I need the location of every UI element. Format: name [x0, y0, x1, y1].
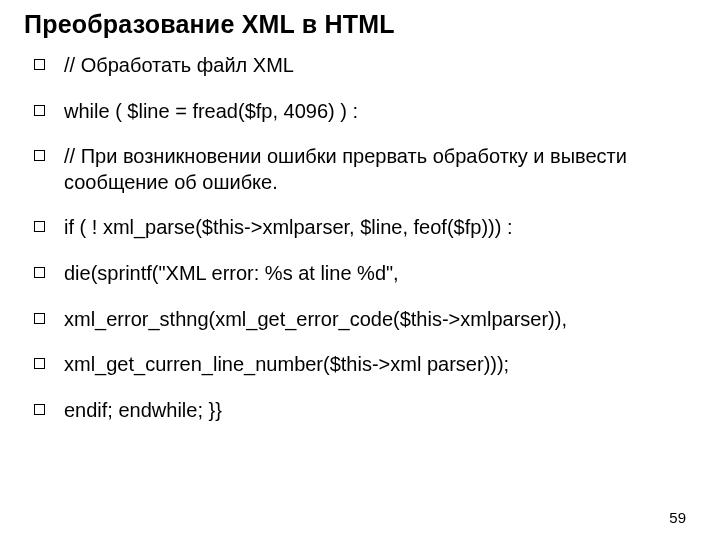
list-item: // Обработать файл XML: [24, 53, 692, 79]
slide: Преобразование XML в HTML // Обработать …: [0, 0, 720, 540]
list-item: // При возникновении ошибки прервать обр…: [24, 144, 692, 195]
square-bullet-icon: [34, 313, 45, 324]
list-item: while ( $line = fread($fp, 4096) ) :: [24, 99, 692, 125]
list-item: xml_get_curren_line_number($this->xml pa…: [24, 352, 692, 378]
list-item: die(sprintf("XML error: %s at line %d",: [24, 261, 692, 287]
bullet-list: // Обработать файл XML while ( $line = f…: [24, 53, 692, 423]
square-bullet-icon: [34, 267, 45, 278]
list-item-text: while ( $line = fread($fp, 4096) ) :: [64, 100, 358, 122]
square-bullet-icon: [34, 221, 45, 232]
list-item-text: die(sprintf("XML error: %s at line %d",: [64, 262, 399, 284]
page-number: 59: [669, 509, 686, 526]
list-item-text: endif; endwhile; }}: [64, 399, 222, 421]
square-bullet-icon: [34, 404, 45, 415]
list-item-text: if ( ! xml_parse($this->xmlparser, $line…: [64, 216, 512, 238]
list-item: endif; endwhile; }}: [24, 398, 692, 424]
square-bullet-icon: [34, 150, 45, 161]
square-bullet-icon: [34, 105, 45, 116]
list-item-text: // Обработать файл XML: [64, 54, 294, 76]
list-item: xml_error_sthng(xml_get_error_code($this…: [24, 307, 692, 333]
slide-title: Преобразование XML в HTML: [24, 10, 692, 39]
list-item-text: // При возникновении ошибки прервать обр…: [64, 145, 627, 193]
list-item-text: xml_error_sthng(xml_get_error_code($this…: [64, 308, 567, 330]
list-item: if ( ! xml_parse($this->xmlparser, $line…: [24, 215, 692, 241]
square-bullet-icon: [34, 59, 45, 70]
square-bullet-icon: [34, 358, 45, 369]
list-item-text: xml_get_curren_line_number($this->xml pa…: [64, 353, 509, 375]
